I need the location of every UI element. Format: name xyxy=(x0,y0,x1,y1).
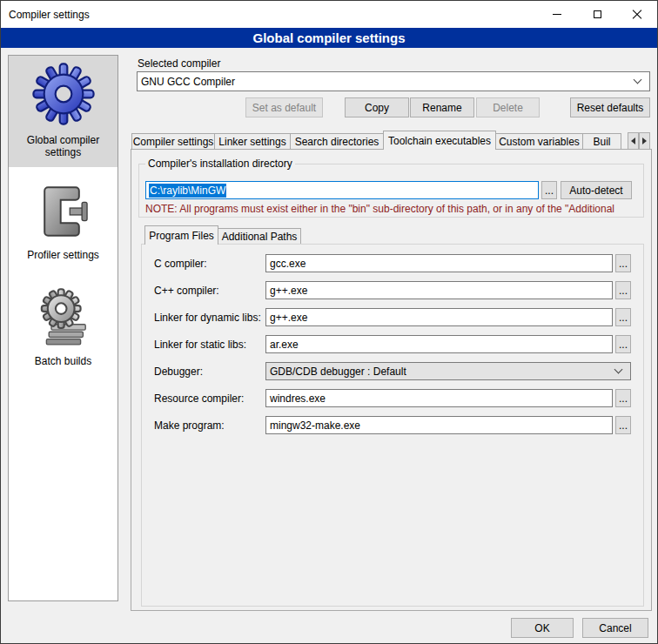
make-program-input[interactable]: mingw32-make.exe xyxy=(265,416,613,434)
resource-compiler-value: windres.exe xyxy=(270,392,326,405)
tab-program-files[interactable]: Program Files xyxy=(144,225,218,245)
chevron-down-icon xyxy=(634,76,642,84)
install-dir-browse-button[interactable]: ... xyxy=(541,181,557,199)
auto-detect-button[interactable]: Auto-detect xyxy=(561,181,632,199)
tab-custom-variables[interactable]: Custom variables xyxy=(495,133,583,150)
resource-compiler-browse-button[interactable]: ... xyxy=(615,389,631,407)
c-compiler-value: gcc.exe xyxy=(270,258,306,270)
rename-button[interactable]: Rename xyxy=(410,97,474,117)
delete-button[interactable]: Delete xyxy=(476,97,540,117)
make-program-browse-button[interactable]: ... xyxy=(615,416,631,434)
minimize-icon xyxy=(553,14,561,15)
dynamic-linker-value: g++.exe xyxy=(270,312,307,324)
cpp-compiler-value: g++.exe xyxy=(270,285,307,297)
caption-buttons xyxy=(537,1,657,28)
left-arrow-icon xyxy=(631,138,635,144)
resource-compiler-input[interactable]: windres.exe xyxy=(265,389,613,407)
c-compiler-input[interactable]: gcc.exe xyxy=(265,254,613,272)
install-dir-group-label: Compiler's installation directory xyxy=(145,158,295,170)
sidebar-item-global-compiler-settings[interactable]: Global compiler settings xyxy=(9,56,118,167)
tab-scroll-right-button[interactable] xyxy=(639,132,650,150)
install-dir-groupbox: Compiler's installation directory C:\ray… xyxy=(138,164,644,218)
sidebar-item-label: Global compiler settings xyxy=(11,134,115,158)
set-as-default-button[interactable]: Set as default xyxy=(245,97,323,117)
tab-build-options[interactable]: Buil xyxy=(582,133,621,150)
compiler-dropdown[interactable]: GNU GCC Compiler xyxy=(137,71,650,91)
debugger-label: Debugger: xyxy=(154,366,265,378)
compiler-dropdown-value: GNU GCC Compiler xyxy=(141,76,235,88)
blue-gear-icon xyxy=(32,63,95,125)
sidebar-item-label: Profiler settings xyxy=(27,249,99,261)
maximize-icon xyxy=(594,10,601,18)
make-program-label: Make program: xyxy=(154,419,265,432)
dialog-header: Global compiler settings xyxy=(1,28,657,48)
tab-linker-settings[interactable]: Linker settings xyxy=(214,133,291,150)
form-row-make-program: Make program: mingw32-make.exe ... xyxy=(154,416,643,434)
form-row-c-compiler: C compiler: gcc.exe ... xyxy=(154,254,643,272)
maximize-button[interactable] xyxy=(577,1,617,28)
close-button[interactable] xyxy=(617,1,657,28)
form-row-static-linker: Linker for static libs: ar.exe ... xyxy=(154,335,643,353)
compiler-settings-window: Compiler settings Global compiler settin… xyxy=(0,0,658,644)
static-linker-browse-button[interactable]: ... xyxy=(615,335,631,353)
right-arrow-icon xyxy=(642,138,647,144)
tab-scroll-left-button[interactable] xyxy=(628,132,639,150)
sidebar-item-profiler-settings[interactable]: Profiler settings xyxy=(9,176,118,270)
dynamic-linker-label: Linker for dynamic libs: xyxy=(154,312,265,324)
resource-compiler-label: Resource compiler: xyxy=(154,392,265,405)
ok-button[interactable]: OK xyxy=(511,618,574,638)
gray-gear-stack-icon xyxy=(33,285,94,346)
window-title: Compiler settings xyxy=(1,9,90,21)
dynamic-linker-browse-button[interactable]: ... xyxy=(615,308,631,326)
static-linker-value: ar.exe xyxy=(270,339,299,351)
titlebar: Compiler settings xyxy=(1,1,657,28)
install-dir-input[interactable]: C:\raylib\MinGW xyxy=(145,181,539,199)
chevron-down-icon xyxy=(614,366,623,374)
sidebar: Global compiler settings Profiler settin… xyxy=(8,55,118,601)
tab-compiler-settings[interactable]: Compiler settings xyxy=(131,133,215,150)
selected-compiler-label: Selected compiler xyxy=(138,57,220,70)
c-compiler-browse-button[interactable]: ... xyxy=(615,254,631,272)
reset-defaults-button[interactable]: Reset defaults xyxy=(570,97,650,117)
c-compiler-label: C compiler: xyxy=(154,258,265,270)
static-linker-input[interactable]: ar.exe xyxy=(265,335,613,353)
form-row-cpp-compiler: C++ compiler: g++.exe ... xyxy=(154,281,643,299)
copy-button[interactable]: Copy xyxy=(345,97,409,117)
tab-toolchain-executables[interactable]: Toolchain executables xyxy=(383,131,496,150)
sidebar-item-batch-builds[interactable]: Batch builds xyxy=(9,278,118,376)
make-program-value: mingw32-make.exe xyxy=(270,419,360,432)
tab-search-directories[interactable]: Search directories xyxy=(290,133,384,150)
minimize-button[interactable] xyxy=(537,1,577,28)
cpp-compiler-input[interactable]: g++.exe xyxy=(265,281,613,299)
dynamic-linker-input[interactable]: g++.exe xyxy=(265,308,613,326)
static-linker-label: Linker for static libs: xyxy=(154,339,265,351)
form-row-dynamic-linker: Linker for dynamic libs: g++.exe ... xyxy=(154,308,643,326)
sidebar-item-label: Batch builds xyxy=(35,355,91,367)
cpp-compiler-browse-button[interactable]: ... xyxy=(615,281,631,299)
cpp-compiler-label: C++ compiler: xyxy=(154,285,265,297)
toolchain-executables-panel: Compiler's installation directory C:\ray… xyxy=(131,149,652,611)
form-row-resource-compiler: Resource compiler: windres.exe ... xyxy=(154,389,643,407)
close-icon xyxy=(631,9,643,21)
cancel-button[interactable]: Cancel xyxy=(582,618,648,638)
clamp-icon xyxy=(37,183,90,240)
form-row-debugger: Debugger: GDB/CDB debugger : Default xyxy=(154,362,643,380)
install-dir-selected-text: C:\raylib\MinGW xyxy=(149,184,226,198)
tab-additional-paths[interactable]: Additional Paths xyxy=(218,228,301,245)
program-files-panel: C compiler: gcc.exe ... C++ compiler: g+… xyxy=(141,244,644,607)
install-dir-note: NOTE: All programs must exist either in … xyxy=(145,203,641,215)
debugger-select[interactable]: GDB/CDB debugger : Default xyxy=(265,362,631,380)
debugger-value: GDB/CDB debugger : Default xyxy=(270,366,406,378)
